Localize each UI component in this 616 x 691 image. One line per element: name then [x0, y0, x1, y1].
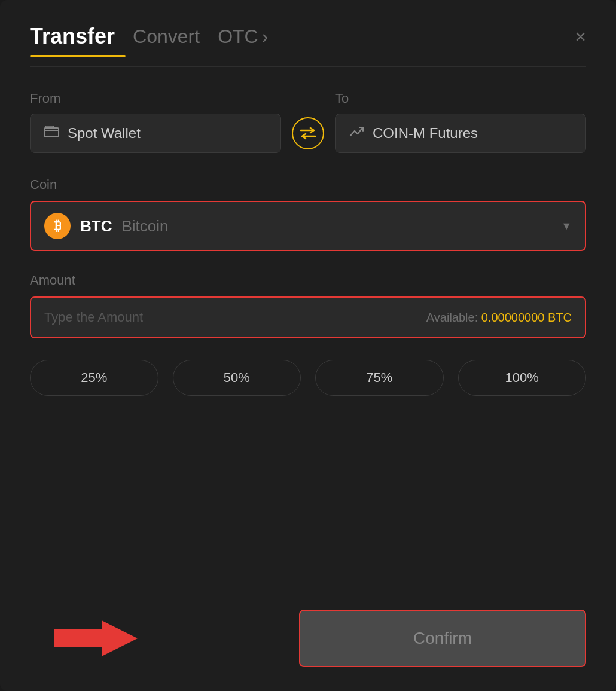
- coin-selector[interactable]: ₿ BTC Bitcoin ▼: [30, 201, 586, 251]
- active-tab-underline: [30, 55, 126, 57]
- svg-marker-2: [54, 620, 138, 656]
- coin-section: Coin ₿ BTC Bitcoin ▼: [30, 177, 586, 251]
- chevron-down-icon: ▼: [561, 220, 572, 233]
- tab-convert[interactable]: Convert: [133, 26, 200, 48]
- wallet-icon: [44, 126, 59, 141]
- header-divider: [30, 66, 586, 67]
- amount-section: Amount Available: 0.00000000 BTC: [30, 273, 586, 338]
- pct-50-button[interactable]: 50%: [173, 360, 301, 396]
- confirm-section: Confirm: [30, 610, 586, 667]
- to-wallet-selector[interactable]: COIN-M Futures: [335, 114, 586, 153]
- arrow-indicator: [54, 614, 138, 662]
- to-block: To COIN-M Futures: [335, 91, 586, 153]
- amount-label: Amount: [30, 273, 75, 288]
- futures-icon: [349, 125, 364, 142]
- pct-25-button[interactable]: 25%: [30, 360, 158, 396]
- transfer-modal: Transfer Convert OTC › × From Spot Walle…: [0, 0, 616, 691]
- svg-rect-0: [44, 128, 59, 137]
- close-button[interactable]: ×: [575, 27, 586, 46]
- swap-btn-wrapper: [281, 117, 335, 153]
- tab-otc[interactable]: OTC ›: [218, 26, 268, 48]
- from-wallet-label: Spot Wallet: [68, 125, 141, 142]
- pct-buttons-row: 25% 50% 75% 100%: [30, 360, 586, 396]
- coin-label: Coin: [30, 177, 57, 192]
- to-label: To: [335, 91, 586, 106]
- amount-input[interactable]: [44, 310, 426, 325]
- amount-box: Available: 0.00000000 BTC: [30, 296, 586, 338]
- chevron-right-icon: ›: [262, 26, 269, 48]
- to-wallet-label: COIN-M Futures: [373, 125, 478, 142]
- from-wallet-selector[interactable]: Spot Wallet: [30, 114, 281, 153]
- spacer: [30, 432, 586, 610]
- confirm-button[interactable]: Confirm: [299, 610, 586, 667]
- pct-75-button[interactable]: 75%: [315, 360, 444, 396]
- available-value: 0.00000000 BTC: [481, 311, 572, 324]
- from-label: From: [30, 91, 281, 106]
- btc-icon: ₿: [44, 213, 71, 239]
- available-text: Available: 0.00000000 BTC: [426, 311, 572, 325]
- coin-symbol: BTC: [80, 217, 112, 236]
- from-to-section: From Spot Wallet: [30, 91, 586, 153]
- red-arrow-icon: [54, 614, 138, 662]
- tab-transfer[interactable]: Transfer: [30, 24, 115, 49]
- coin-fullname: Bitcoin: [121, 217, 168, 236]
- pct-100-button[interactable]: 100%: [458, 360, 587, 396]
- swap-button[interactable]: [292, 117, 324, 149]
- from-block: From Spot Wallet: [30, 91, 281, 153]
- modal-header: Transfer Convert OTC › ×: [30, 24, 586, 49]
